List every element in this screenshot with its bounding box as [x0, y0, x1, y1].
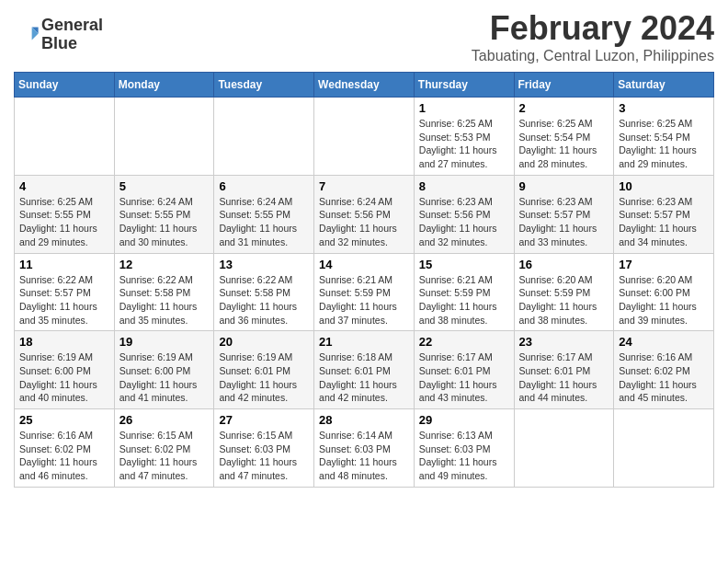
day-number: 2 — [519, 101, 609, 115]
calendar-cell: 1Sunrise: 6:25 AMSunset: 5:53 PMDaylight… — [414, 98, 514, 176]
day-info: Sunrise: 6:25 AMSunset: 5:54 PMDaylight:… — [519, 117, 609, 171]
calendar-cell — [15, 98, 115, 176]
day-info: Sunrise: 6:22 AMSunset: 5:58 PMDaylight:… — [119, 273, 210, 327]
calendar-cell: 7Sunrise: 6:24 AMSunset: 5:56 PMDaylight… — [314, 175, 415, 253]
day-number: 6 — [219, 179, 309, 193]
calendar-cell — [214, 98, 314, 176]
calendar-header-row: SundayMondayTuesdayWednesdayThursdayFrid… — [15, 73, 714, 98]
calendar-cell: 16Sunrise: 6:20 AMSunset: 5:59 PMDayligh… — [514, 253, 614, 331]
day-info: Sunrise: 6:21 AMSunset: 5:59 PMDaylight:… — [419, 273, 509, 327]
day-number: 17 — [619, 258, 709, 271]
calendar-cell: 22Sunrise: 6:17 AMSunset: 6:01 PMDayligh… — [414, 331, 514, 409]
logo-line1: General — [41, 17, 103, 35]
calendar-cell: 15Sunrise: 6:21 AMSunset: 5:59 PMDayligh… — [414, 253, 514, 331]
day-info: Sunrise: 6:23 AMSunset: 5:57 PMDaylight:… — [519, 195, 609, 249]
day-info: Sunrise: 6:20 AMSunset: 6:00 PMDaylight:… — [619, 273, 709, 327]
day-info: Sunrise: 6:17 AMSunset: 6:01 PMDaylight:… — [419, 350, 509, 405]
calendar-cell: 13Sunrise: 6:22 AMSunset: 5:58 PMDayligh… — [214, 253, 314, 331]
calendar-cell: 24Sunrise: 6:16 AMSunset: 6:02 PMDayligh… — [614, 331, 714, 409]
calendar-cell: 18Sunrise: 6:19 AMSunset: 6:00 PMDayligh… — [15, 331, 115, 409]
calendar-cell: 25Sunrise: 6:16 AMSunset: 6:02 PMDayligh… — [15, 409, 115, 488]
day-number: 9 — [519, 179, 609, 193]
logo-icon — [14, 22, 40, 48]
calendar-cell: 8Sunrise: 6:23 AMSunset: 5:56 PMDaylight… — [414, 175, 514, 253]
day-number: 25 — [19, 413, 109, 427]
day-info: Sunrise: 6:17 AMSunset: 6:01 PMDaylight:… — [519, 350, 609, 405]
calendar-cell: 6Sunrise: 6:24 AMSunset: 5:55 PMDaylight… — [214, 175, 314, 253]
header-thursday: Thursday — [414, 73, 514, 98]
day-number: 23 — [519, 335, 609, 349]
week-row-3: 18Sunrise: 6:19 AMSunset: 6:00 PMDayligh… — [15, 331, 714, 409]
header-sunday: Sunday — [15, 73, 115, 98]
calendar-cell: 4Sunrise: 6:25 AMSunset: 5:55 PMDaylight… — [15, 175, 115, 253]
day-number: 18 — [19, 335, 109, 349]
calendar-cell — [514, 409, 614, 488]
day-info: Sunrise: 6:14 AMSunset: 6:03 PMDaylight:… — [319, 429, 409, 483]
day-info: Sunrise: 6:24 AMSunset: 5:56 PMDaylight:… — [319, 195, 409, 249]
week-row-0: 1Sunrise: 6:25 AMSunset: 5:53 PMDaylight… — [15, 98, 714, 176]
calendar-cell: 14Sunrise: 6:21 AMSunset: 5:59 PMDayligh… — [314, 253, 415, 331]
day-number: 19 — [119, 335, 210, 349]
calendar-cell: 20Sunrise: 6:19 AMSunset: 6:01 PMDayligh… — [214, 331, 314, 409]
day-info: Sunrise: 6:19 AMSunset: 6:01 PMDaylight:… — [219, 350, 309, 405]
day-number: 21 — [319, 335, 409, 349]
day-info: Sunrise: 6:19 AMSunset: 6:00 PMDaylight:… — [119, 350, 210, 405]
day-number: 1 — [419, 101, 509, 115]
calendar-cell: 21Sunrise: 6:18 AMSunset: 6:01 PMDayligh… — [314, 331, 415, 409]
header: General Blue February 2024 Tabuating, Ce… — [14, 9, 714, 64]
calendar-cell: 19Sunrise: 6:19 AMSunset: 6:00 PMDayligh… — [114, 331, 214, 409]
day-info: Sunrise: 6:16 AMSunset: 6:02 PMDaylight:… — [19, 429, 109, 483]
day-number: 24 — [619, 335, 709, 349]
header-wednesday: Wednesday — [314, 73, 415, 98]
header-saturday: Saturday — [614, 73, 714, 98]
calendar-cell: 29Sunrise: 6:13 AMSunset: 6:03 PMDayligh… — [414, 409, 514, 488]
day-number: 22 — [419, 335, 509, 349]
calendar-cell: 2Sunrise: 6:25 AMSunset: 5:54 PMDaylight… — [514, 98, 614, 176]
day-number: 3 — [619, 101, 709, 115]
day-info: Sunrise: 6:13 AMSunset: 6:03 PMDaylight:… — [419, 429, 509, 483]
calendar-cell: 28Sunrise: 6:14 AMSunset: 6:03 PMDayligh… — [314, 409, 415, 488]
calendar-cell: 26Sunrise: 6:15 AMSunset: 6:02 PMDayligh… — [114, 409, 214, 488]
week-row-1: 4Sunrise: 6:25 AMSunset: 5:55 PMDaylight… — [15, 175, 714, 253]
day-info: Sunrise: 6:25 AMSunset: 5:53 PMDaylight:… — [419, 117, 509, 171]
calendar-cell — [314, 98, 415, 176]
calendar-cell: 9Sunrise: 6:23 AMSunset: 5:57 PMDaylight… — [514, 175, 614, 253]
day-number: 4 — [19, 179, 109, 193]
logo-text: General Blue — [41, 17, 103, 53]
day-number: 8 — [419, 179, 509, 193]
calendar-cell: 5Sunrise: 6:24 AMSunset: 5:55 PMDaylight… — [114, 175, 214, 253]
header-monday: Monday — [114, 73, 214, 98]
day-info: Sunrise: 6:16 AMSunset: 6:02 PMDaylight:… — [619, 350, 709, 405]
day-info: Sunrise: 6:24 AMSunset: 5:55 PMDaylight:… — [119, 195, 210, 249]
day-info: Sunrise: 6:18 AMSunset: 6:01 PMDaylight:… — [319, 350, 409, 405]
day-info: Sunrise: 6:23 AMSunset: 5:56 PMDaylight:… — [419, 195, 509, 249]
day-number: 12 — [119, 258, 210, 271]
day-info: Sunrise: 6:25 AMSunset: 5:54 PMDaylight:… — [619, 117, 709, 171]
day-number: 14 — [319, 258, 409, 271]
calendar-cell — [114, 98, 214, 176]
header-tuesday: Tuesday — [214, 73, 314, 98]
logo: General Blue — [14, 17, 103, 53]
day-number: 11 — [19, 258, 109, 271]
day-info: Sunrise: 6:15 AMSunset: 6:02 PMDaylight:… — [119, 429, 210, 483]
day-number: 29 — [419, 413, 509, 427]
day-info: Sunrise: 6:15 AMSunset: 6:03 PMDaylight:… — [219, 429, 309, 483]
day-number: 27 — [219, 413, 309, 427]
calendar-cell — [614, 409, 714, 488]
day-info: Sunrise: 6:21 AMSunset: 5:59 PMDaylight:… — [319, 273, 409, 327]
calendar-table: SundayMondayTuesdayWednesdayThursdayFrid… — [14, 72, 714, 488]
day-info: Sunrise: 6:22 AMSunset: 5:57 PMDaylight:… — [19, 273, 109, 327]
subtitle: Tabuating, Central Luzon, Philippines — [472, 48, 714, 64]
day-number: 7 — [319, 179, 409, 193]
calendar-cell: 12Sunrise: 6:22 AMSunset: 5:58 PMDayligh… — [114, 253, 214, 331]
calendar-cell: 11Sunrise: 6:22 AMSunset: 5:57 PMDayligh… — [15, 253, 115, 331]
week-row-2: 11Sunrise: 6:22 AMSunset: 5:57 PMDayligh… — [15, 253, 714, 331]
day-number: 28 — [319, 413, 409, 427]
calendar-cell: 3Sunrise: 6:25 AMSunset: 5:54 PMDaylight… — [614, 98, 714, 176]
day-number: 10 — [619, 179, 709, 193]
calendar-cell: 10Sunrise: 6:23 AMSunset: 5:57 PMDayligh… — [614, 175, 714, 253]
day-number: 13 — [219, 258, 309, 271]
day-number: 15 — [419, 258, 509, 271]
header-friday: Friday — [514, 73, 614, 98]
day-number: 16 — [519, 258, 609, 271]
